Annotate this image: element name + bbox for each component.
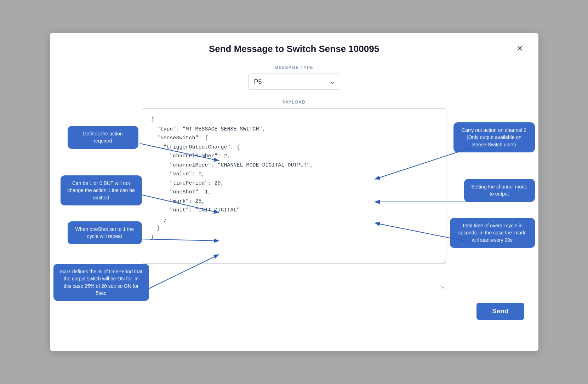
send-button[interactable]: Send — [476, 303, 524, 320]
bubble-mark-defines: mark defines the % of timePeriod that th… — [53, 264, 149, 301]
close-button[interactable]: × — [515, 43, 524, 53]
bubble-carry-out-action: Carry out action on channel 2 (Only outp… — [453, 122, 535, 152]
message-type-select[interactable]: P6 P5 P4 — [248, 74, 340, 90]
bubble-when-oneshot: When oneShot set to 1 the cycle will rep… — [68, 221, 142, 244]
payload-content-area: { "type": "MT_MESSAGE_SENSE_SWITCH", "se… — [64, 108, 524, 292]
message-type-section: MESSAGE TYPE P6 P5 P4 ⌄ — [64, 65, 524, 90]
bubble-setting-channel: Setting the channel mode to output — [464, 179, 535, 202]
resize-icon: ↘ — [440, 283, 444, 290]
send-button-row: Send — [64, 303, 524, 320]
payload-area-wrapper: { "type": "MT_MESSAGE_SENSE_SWITCH", "se… — [142, 108, 446, 292]
payload-label: PAYLOAD — [282, 100, 306, 105]
bubble-defines-action: Defines the action required — [68, 126, 138, 149]
bubble-can-be-1-or-0: Can be 1 or 0 BUT will not change the ac… — [61, 175, 142, 205]
modal-header: Send Message to Switch Sense 100095 × — [64, 43, 524, 54]
modal-overlay: Send Message to Switch Sense 100095 × ME… — [0, 0, 588, 384]
message-type-select-wrapper: P6 P5 P4 ⌄ — [248, 74, 340, 90]
bubble-total-time: Total time of overall cycle in seconds. … — [450, 218, 535, 248]
modal-dialog: Send Message to Switch Sense 100095 × ME… — [50, 33, 538, 351]
message-type-label: MESSAGE TYPE — [275, 65, 313, 70]
modal-title: Send Message to Switch Sense 100095 — [209, 43, 379, 54]
payload-section: PAYLOAD { "type": "MT_MESSAGE_SENSE_SWIT… — [64, 100, 524, 292]
payload-textarea[interactable]: { "type": "MT_MESSAGE_SENSE_SWITCH", "se… — [142, 108, 446, 264]
